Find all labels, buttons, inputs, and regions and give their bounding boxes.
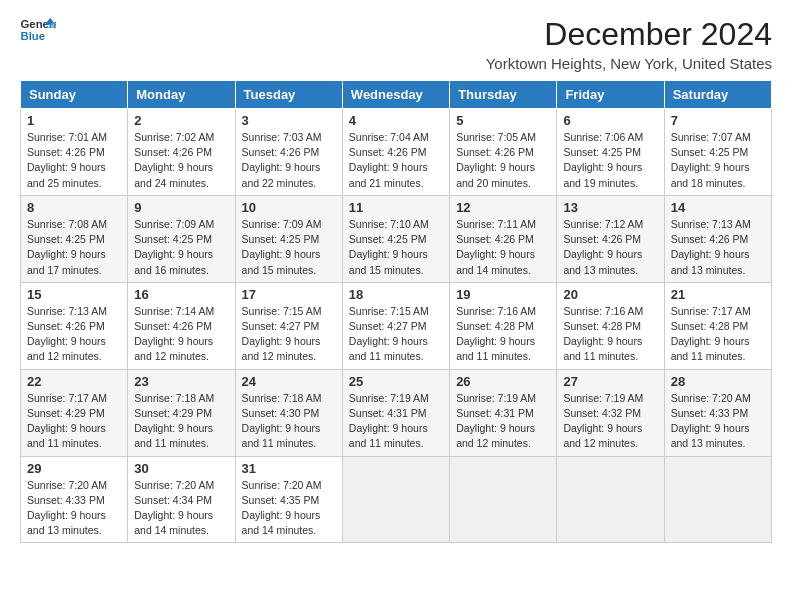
- sunset: Sunset: 4:26 PM: [134, 319, 228, 334]
- sunrise: Sunrise: 7:13 AM: [671, 217, 765, 232]
- sunrise: Sunrise: 7:18 AM: [242, 391, 336, 406]
- daylight: Daylight: 9 hours and 11 minutes.: [27, 421, 121, 451]
- sunrise: Sunrise: 7:15 AM: [242, 304, 336, 319]
- daylight: Daylight: 9 hours and 17 minutes.: [27, 247, 121, 277]
- daylight: Daylight: 9 hours and 11 minutes.: [456, 334, 550, 364]
- daylight: Daylight: 9 hours and 11 minutes.: [349, 334, 443, 364]
- calendar-cell: [450, 456, 557, 543]
- calendar-cell: 21 Sunrise: 7:17 AM Sunset: 4:28 PM Dayl…: [664, 282, 771, 369]
- day-number: 13: [563, 200, 657, 215]
- calendar-week-row: 1 Sunrise: 7:01 AM Sunset: 4:26 PM Dayli…: [21, 109, 772, 196]
- day-number: 19: [456, 287, 550, 302]
- sunset: Sunset: 4:32 PM: [563, 406, 657, 421]
- daylight: Daylight: 9 hours and 19 minutes.: [563, 160, 657, 190]
- day-number: 9: [134, 200, 228, 215]
- cell-content: Sunrise: 7:07 AM Sunset: 4:25 PM Dayligh…: [671, 130, 765, 191]
- calendar-cell: 20 Sunrise: 7:16 AM Sunset: 4:28 PM Dayl…: [557, 282, 664, 369]
- day-number: 8: [27, 200, 121, 215]
- cell-content: Sunrise: 7:14 AM Sunset: 4:26 PM Dayligh…: [134, 304, 228, 365]
- sunrise: Sunrise: 7:06 AM: [563, 130, 657, 145]
- cell-content: Sunrise: 7:12 AM Sunset: 4:26 PM Dayligh…: [563, 217, 657, 278]
- calendar-cell: 18 Sunrise: 7:15 AM Sunset: 4:27 PM Dayl…: [342, 282, 449, 369]
- daylight: Daylight: 9 hours and 11 minutes.: [134, 421, 228, 451]
- sunset: Sunset: 4:25 PM: [349, 232, 443, 247]
- daylight: Daylight: 9 hours and 11 minutes.: [349, 421, 443, 451]
- sunset: Sunset: 4:26 PM: [349, 145, 443, 160]
- sunrise: Sunrise: 7:04 AM: [349, 130, 443, 145]
- calendar-week-row: 8 Sunrise: 7:08 AM Sunset: 4:25 PM Dayli…: [21, 195, 772, 282]
- cell-content: Sunrise: 7:16 AM Sunset: 4:28 PM Dayligh…: [563, 304, 657, 365]
- sunrise: Sunrise: 7:09 AM: [242, 217, 336, 232]
- day-of-week-header: Monday: [128, 81, 235, 109]
- daylight: Daylight: 9 hours and 24 minutes.: [134, 160, 228, 190]
- day-number: 24: [242, 374, 336, 389]
- cell-content: Sunrise: 7:13 AM Sunset: 4:26 PM Dayligh…: [27, 304, 121, 365]
- calendar-cell: 28 Sunrise: 7:20 AM Sunset: 4:33 PM Dayl…: [664, 369, 771, 456]
- daylight: Daylight: 9 hours and 14 minutes.: [456, 247, 550, 277]
- day-number: 12: [456, 200, 550, 215]
- day-number: 4: [349, 113, 443, 128]
- sunset: Sunset: 4:33 PM: [671, 406, 765, 421]
- day-number: 11: [349, 200, 443, 215]
- sunrise: Sunrise: 7:05 AM: [456, 130, 550, 145]
- sunset: Sunset: 4:26 PM: [456, 145, 550, 160]
- daylight: Daylight: 9 hours and 15 minutes.: [349, 247, 443, 277]
- cell-content: Sunrise: 7:19 AM Sunset: 4:31 PM Dayligh…: [456, 391, 550, 452]
- daylight: Daylight: 9 hours and 25 minutes.: [27, 160, 121, 190]
- calendar-cell: 16 Sunrise: 7:14 AM Sunset: 4:26 PM Dayl…: [128, 282, 235, 369]
- sunset: Sunset: 4:26 PM: [671, 232, 765, 247]
- sunrise: Sunrise: 7:03 AM: [242, 130, 336, 145]
- sunset: Sunset: 4:28 PM: [456, 319, 550, 334]
- sunset: Sunset: 4:28 PM: [563, 319, 657, 334]
- cell-content: Sunrise: 7:17 AM Sunset: 4:28 PM Dayligh…: [671, 304, 765, 365]
- sunrise: Sunrise: 7:20 AM: [134, 478, 228, 493]
- sunset: Sunset: 4:31 PM: [456, 406, 550, 421]
- sunset: Sunset: 4:25 PM: [134, 232, 228, 247]
- calendar-cell: 2 Sunrise: 7:02 AM Sunset: 4:26 PM Dayli…: [128, 109, 235, 196]
- day-number: 7: [671, 113, 765, 128]
- daylight: Daylight: 9 hours and 11 minutes.: [242, 421, 336, 451]
- calendar-cell: 1 Sunrise: 7:01 AM Sunset: 4:26 PM Dayli…: [21, 109, 128, 196]
- daylight: Daylight: 9 hours and 13 minutes.: [563, 247, 657, 277]
- sunset: Sunset: 4:29 PM: [134, 406, 228, 421]
- calendar-cell: 30 Sunrise: 7:20 AM Sunset: 4:34 PM Dayl…: [128, 456, 235, 543]
- daylight: Daylight: 9 hours and 11 minutes.: [671, 334, 765, 364]
- calendar-header-row: SundayMondayTuesdayWednesdayThursdayFrid…: [21, 81, 772, 109]
- sunrise: Sunrise: 7:07 AM: [671, 130, 765, 145]
- calendar-week-row: 29 Sunrise: 7:20 AM Sunset: 4:33 PM Dayl…: [21, 456, 772, 543]
- cell-content: Sunrise: 7:20 AM Sunset: 4:33 PM Dayligh…: [27, 478, 121, 539]
- cell-content: Sunrise: 7:16 AM Sunset: 4:28 PM Dayligh…: [456, 304, 550, 365]
- page-title: December 2024: [486, 16, 772, 53]
- day-number: 18: [349, 287, 443, 302]
- logo: General Blue: [20, 16, 56, 44]
- sunset: Sunset: 4:25 PM: [27, 232, 121, 247]
- sunrise: Sunrise: 7:19 AM: [349, 391, 443, 406]
- sunrise: Sunrise: 7:18 AM: [134, 391, 228, 406]
- sunset: Sunset: 4:33 PM: [27, 493, 121, 508]
- cell-content: Sunrise: 7:15 AM Sunset: 4:27 PM Dayligh…: [242, 304, 336, 365]
- cell-content: Sunrise: 7:04 AM Sunset: 4:26 PM Dayligh…: [349, 130, 443, 191]
- sunrise: Sunrise: 7:17 AM: [27, 391, 121, 406]
- page-header: General Blue December 2024 Yorktown Heig…: [20, 16, 772, 72]
- calendar-cell: 6 Sunrise: 7:06 AM Sunset: 4:25 PM Dayli…: [557, 109, 664, 196]
- day-number: 22: [27, 374, 121, 389]
- daylight: Daylight: 9 hours and 13 minutes.: [27, 508, 121, 538]
- cell-content: Sunrise: 7:11 AM Sunset: 4:26 PM Dayligh…: [456, 217, 550, 278]
- calendar-cell: 31 Sunrise: 7:20 AM Sunset: 4:35 PM Dayl…: [235, 456, 342, 543]
- cell-content: Sunrise: 7:18 AM Sunset: 4:30 PM Dayligh…: [242, 391, 336, 452]
- daylight: Daylight: 9 hours and 21 minutes.: [349, 160, 443, 190]
- page-subtitle: Yorktown Heights, New York, United State…: [486, 55, 772, 72]
- cell-content: Sunrise: 7:15 AM Sunset: 4:27 PM Dayligh…: [349, 304, 443, 365]
- sunset: Sunset: 4:27 PM: [242, 319, 336, 334]
- sunset: Sunset: 4:26 PM: [27, 319, 121, 334]
- cell-content: Sunrise: 7:06 AM Sunset: 4:25 PM Dayligh…: [563, 130, 657, 191]
- day-number: 27: [563, 374, 657, 389]
- calendar-week-row: 15 Sunrise: 7:13 AM Sunset: 4:26 PM Dayl…: [21, 282, 772, 369]
- cell-content: Sunrise: 7:19 AM Sunset: 4:32 PM Dayligh…: [563, 391, 657, 452]
- calendar-cell: 5 Sunrise: 7:05 AM Sunset: 4:26 PM Dayli…: [450, 109, 557, 196]
- day-number: 28: [671, 374, 765, 389]
- day-number: 6: [563, 113, 657, 128]
- sunset: Sunset: 4:26 PM: [27, 145, 121, 160]
- calendar-cell: 29 Sunrise: 7:20 AM Sunset: 4:33 PM Dayl…: [21, 456, 128, 543]
- calendar-cell: 23 Sunrise: 7:18 AM Sunset: 4:29 PM Dayl…: [128, 369, 235, 456]
